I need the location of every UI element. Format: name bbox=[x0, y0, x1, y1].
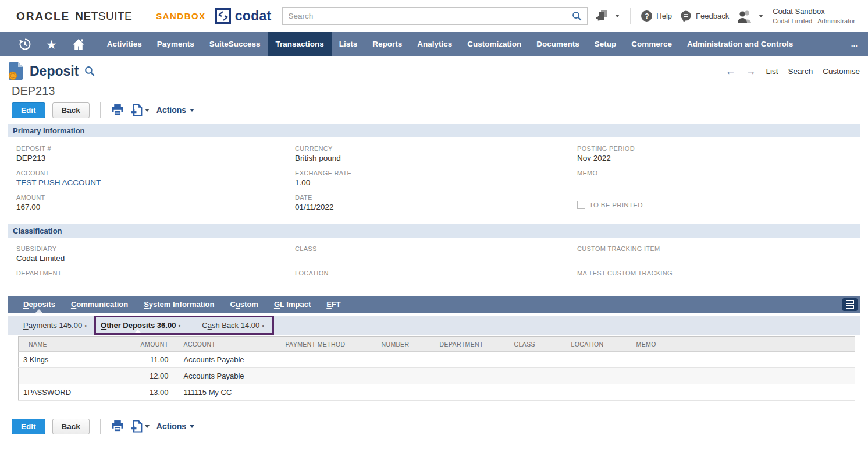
codat-logo: codat bbox=[215, 8, 272, 24]
field-label: POSTING PERIOD bbox=[577, 145, 860, 152]
nav-item-lists[interactable]: Lists bbox=[332, 32, 365, 56]
deposit-account-link[interactable]: 111115 My CC bbox=[179, 384, 281, 401]
add-record-icon bbox=[131, 420, 143, 433]
tab-system-information[interactable]: System Information bbox=[144, 296, 214, 313]
actions-menu[interactable]: Actions bbox=[156, 422, 194, 431]
field-column: DEPOSIT # DEP213 ACCOUNT TEST PUSH ACCOU… bbox=[16, 145, 295, 218]
tab-eft[interactable]: EFT bbox=[326, 296, 341, 313]
main-navigation: ★ Activities Payments SuiteSuccess Trans… bbox=[0, 32, 868, 56]
tab-gl-impact[interactable]: GL Impact bbox=[274, 296, 311, 313]
deposit-amount: 13.00 bbox=[127, 384, 179, 401]
search-icon[interactable] bbox=[572, 11, 582, 21]
help-label: Help bbox=[656, 12, 672, 20]
print-button[interactable] bbox=[111, 420, 124, 432]
search-link[interactable]: Search bbox=[788, 67, 813, 76]
nav-item-administration[interactable]: Administration and Controls bbox=[680, 32, 801, 56]
edit-button[interactable]: Edit bbox=[12, 419, 45, 434]
back-button[interactable]: Back bbox=[52, 419, 90, 434]
field-exchange-rate: EXCHANGE RATE 1.00 bbox=[295, 169, 577, 194]
deposit-account-link[interactable]: Accounts Payable bbox=[179, 352, 281, 368]
netsuite-logo-text: NETSUITE bbox=[75, 10, 132, 23]
deposit-number bbox=[377, 384, 435, 401]
deposit-name-link[interactable]: 1PASSWORD bbox=[19, 384, 127, 401]
tab-custom[interactable]: Custom bbox=[230, 296, 258, 313]
nav-item-setup[interactable]: Setup bbox=[587, 32, 624, 56]
caret-down-icon bbox=[145, 109, 150, 112]
annotation-highlight-box: Other Deposits 36.00• Cash Back 14.00• bbox=[94, 316, 274, 335]
to-be-printed-checkbox[interactable] bbox=[577, 201, 585, 209]
subtab-marker: • bbox=[178, 322, 180, 329]
print-button[interactable] bbox=[111, 104, 124, 116]
list-link[interactable]: List bbox=[766, 67, 778, 76]
nav-overflow-menu[interactable]: ... bbox=[841, 32, 868, 56]
subtab-label: Other Deposits 36.00 bbox=[101, 321, 176, 330]
field-label: CURRENCY bbox=[295, 145, 577, 152]
field-column: SUBSIDIARY Codat Limited DEPARTMENT bbox=[16, 245, 295, 294]
add-record-menu[interactable] bbox=[131, 104, 150, 116]
oracle-logo-text: ORACLE bbox=[16, 10, 70, 23]
subtab-payments[interactable]: Payments 145.00• bbox=[23, 316, 87, 335]
back-button[interactable]: Back bbox=[52, 102, 90, 118]
add-record-menu[interactable] bbox=[131, 420, 150, 433]
primary-information-fields: DEPOSIT # DEP213 ACCOUNT TEST PUSH ACCOU… bbox=[8, 137, 860, 218]
create-new-menu[interactable] bbox=[596, 10, 620, 22]
deposit-memo bbox=[632, 352, 855, 368]
field-label: ACCOUNT bbox=[16, 169, 295, 176]
create-new-icon bbox=[596, 10, 609, 22]
account-role: Codat Limited - Administrator bbox=[773, 17, 855, 25]
field-value bbox=[577, 178, 860, 188]
nav-item-suitesuccess[interactable]: SuiteSuccess bbox=[202, 32, 268, 56]
nav-item-customization[interactable]: Customization bbox=[460, 32, 529, 56]
deposit-amount: 12.00 bbox=[127, 368, 179, 384]
column-header-account: ACCOUNT bbox=[179, 337, 281, 352]
feedback-menu[interactable]: Feedback bbox=[680, 10, 729, 22]
field-subsidiary: SUBSIDIARY Codat Limited bbox=[16, 245, 295, 270]
home-icon[interactable] bbox=[72, 38, 86, 51]
caret-down-icon bbox=[759, 15, 763, 17]
back-arrow-icon[interactable]: ← bbox=[725, 66, 735, 76]
record-nav-links: ← → List Search Customise bbox=[725, 66, 860, 76]
deposit-class bbox=[510, 368, 567, 384]
nav-item-analytics[interactable]: Analytics bbox=[410, 32, 460, 56]
field-value: 1.00 bbox=[295, 178, 577, 188]
recent-records-icon[interactable] bbox=[19, 38, 31, 51]
subtab-cash-back[interactable]: Cash Back 14.00• bbox=[202, 317, 264, 333]
deposit-name-link[interactable]: 3 Kings bbox=[19, 352, 127, 368]
nav-item-activities[interactable]: Activities bbox=[99, 32, 150, 56]
label-fragment: u bbox=[236, 300, 240, 309]
customise-link[interactable]: Customise bbox=[823, 67, 860, 76]
actions-menu[interactable]: Actions bbox=[156, 105, 194, 115]
tab-deposits[interactable]: Deposits bbox=[23, 296, 55, 313]
deposit-account-link[interactable]: Accounts Payable bbox=[179, 368, 281, 384]
subtab-marker: • bbox=[84, 322, 87, 329]
account-link[interactable]: TEST PUSH ACCOUNT bbox=[16, 178, 295, 188]
oracle-netsuite-logo: ORACLE NETSUITE bbox=[16, 10, 132, 23]
nav-item-documents[interactable]: Documents bbox=[529, 32, 587, 56]
field-column: CLASS LOCATION bbox=[295, 245, 577, 294]
classification-section: Classification SUBSIDIARY Codat Limited … bbox=[8, 224, 860, 294]
shortcuts-star-icon[interactable]: ★ bbox=[46, 38, 57, 51]
forward-arrow-icon[interactable]: → bbox=[745, 66, 756, 76]
divider bbox=[144, 8, 144, 24]
deposit-payment-method bbox=[281, 368, 377, 384]
nav-item-commerce[interactable]: Commerce bbox=[624, 32, 680, 56]
label-fragment: C bbox=[230, 300, 236, 309]
record-page: Deposit ← → List Search Customise DEP213… bbox=[0, 60, 868, 434]
role-switcher[interactable] bbox=[737, 10, 763, 23]
subtab-other-deposits[interactable]: Other Deposits 36.00• bbox=[101, 317, 180, 333]
subtab-label: Payments 145.00 bbox=[23, 321, 82, 330]
tab-communication[interactable]: Communication bbox=[71, 296, 128, 313]
field-column: POSTING PERIOD Nov 2022 MEMO TO BE PRINT… bbox=[577, 145, 860, 218]
toggle-layout-button[interactable] bbox=[842, 298, 858, 311]
add-record-icon bbox=[131, 104, 143, 116]
nav-item-reports[interactable]: Reports bbox=[365, 32, 410, 56]
nav-item-transactions[interactable]: Transactions bbox=[268, 32, 331, 56]
record-search-icon[interactable] bbox=[84, 66, 95, 76]
edit-button[interactable]: Edit bbox=[12, 102, 45, 118]
label-fragment: eposits bbox=[29, 300, 55, 309]
field-posting-period: POSTING PERIOD Nov 2022 bbox=[577, 145, 860, 169]
sandbox-badge: SANDBOX bbox=[156, 11, 206, 21]
nav-item-payments[interactable]: Payments bbox=[150, 32, 202, 56]
help-menu[interactable]: ? Help bbox=[641, 10, 672, 22]
global-search-input[interactable] bbox=[289, 12, 572, 20]
